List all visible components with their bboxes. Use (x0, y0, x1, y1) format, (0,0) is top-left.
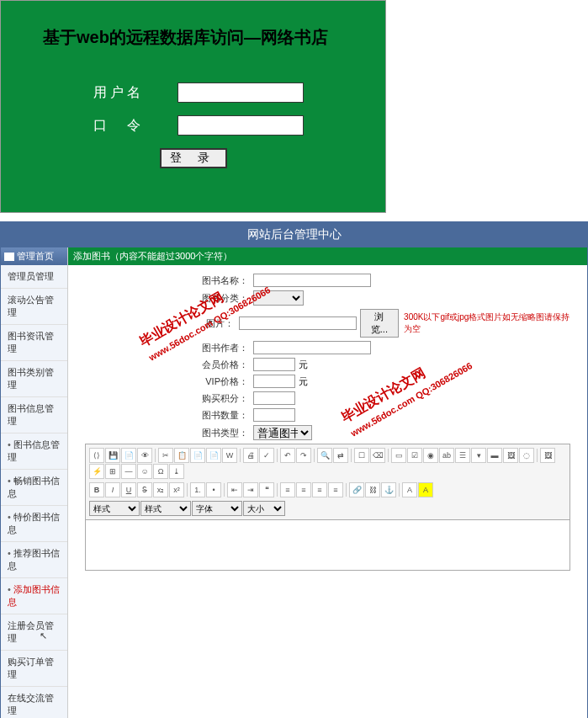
cut-icon[interactable]: ✂ (158, 448, 173, 463)
replace-icon[interactable]: ⇄ (333, 448, 348, 463)
paste-text-icon[interactable]: 📄 (206, 448, 221, 463)
textfield-icon[interactable]: ab (439, 448, 454, 463)
align-center-icon[interactable]: ≡ (296, 482, 311, 497)
bold-icon[interactable]: B (89, 482, 104, 497)
blockquote-icon[interactable]: ❝ (259, 482, 274, 497)
sidebar-item[interactable]: 特价图书信息 (1, 506, 67, 542)
book-author-input[interactable] (253, 341, 371, 354)
sidebar-item[interactable]: 在线交流管理 (1, 687, 67, 718)
admin-panel-addbook: 网站后台管理中心 管理首页 管理员管理滚动公告管理图书资讯管理图书类别管理图书信… (0, 221, 588, 718)
editor-body[interactable] (85, 520, 570, 571)
sidebar-item[interactable]: 添加图书信息 (1, 578, 67, 614)
pagebreak-icon[interactable]: ⤓ (169, 464, 184, 479)
ol-icon[interactable]: 1. (190, 482, 205, 497)
flash-icon[interactable]: ⚡ (89, 464, 104, 479)
form-icon[interactable]: ▭ (391, 448, 406, 463)
login-button-row: 登 录 (1, 148, 385, 168)
sidebar-item[interactable]: 图书资讯管理 (1, 325, 67, 361)
outdent-icon[interactable]: ⇤ (227, 482, 242, 497)
font-select[interactable]: 字体 (192, 501, 242, 516)
sidebar-item[interactable]: 购买订单管理 (1, 651, 67, 687)
sub-icon[interactable]: x₂ (153, 482, 168, 497)
type-select[interactable]: 普通图书 (253, 425, 312, 440)
button-icon[interactable]: ▬ (487, 448, 502, 463)
sidebar-header-label: 管理首页 (17, 250, 54, 263)
sidebar-item[interactable]: 图书信息管理 (1, 397, 67, 433)
unlink-icon[interactable]: ⛓ (365, 482, 380, 497)
sidebar-item[interactable]: 图书信息管理 (1, 433, 67, 470)
redo-icon[interactable]: ↷ (296, 448, 311, 463)
link-icon[interactable]: 🔗 (349, 482, 364, 497)
find-icon[interactable]: 🔍 (317, 448, 332, 463)
password-label: 口 令 (93, 117, 177, 135)
copy-icon[interactable]: 📋 (174, 448, 189, 463)
main-content-addbook: 添加图书（内容不能超过3000个字符） 毕业设计论文网 www.56doc.co… (68, 247, 587, 718)
quantity-label: 图书数量： (85, 409, 253, 422)
new-icon[interactable]: 📄 (121, 448, 136, 463)
paste-icon[interactable]: 📄 (190, 448, 205, 463)
bgcolor-icon[interactable]: A (418, 482, 433, 497)
align-right-icon[interactable]: ≡ (312, 482, 327, 497)
underline-icon[interactable]: U (121, 482, 136, 497)
hr-icon[interactable]: — (121, 464, 136, 479)
specialchar-icon[interactable]: Ω (153, 464, 168, 479)
login-panel: 基于web的远程数据库访问—网络书店 用户名 口 令 登 录 (0, 0, 386, 213)
select-icon[interactable]: ▾ (471, 448, 486, 463)
textcolor-icon[interactable]: A (402, 482, 417, 497)
book-image-input[interactable] (239, 316, 357, 330)
cursor-icon: ↖ (40, 630, 51, 646)
toolbar-row-1: ⟨⟩ 💾 📄 👁 ✂ 📋 📄 📄 W 🖨 ✓ (87, 446, 568, 481)
addbook-bar: 添加图书（内容不能超过3000个字符） (68, 247, 587, 265)
password-input[interactable] (177, 115, 304, 136)
align-left-icon[interactable]: ≡ (280, 482, 295, 497)
vip-price-input[interactable] (253, 375, 295, 388)
align-justify-icon[interactable]: ≡ (328, 482, 343, 497)
login-form: 用户名 口 令 登 录 (1, 82, 385, 168)
style-select[interactable]: 样式 (89, 501, 140, 516)
sup-icon[interactable]: x² (169, 482, 184, 497)
smiley-icon[interactable]: ☺ (137, 464, 152, 479)
paste-word-icon[interactable]: W (222, 448, 237, 463)
sidebar-item[interactable]: 图书类别管理 (1, 361, 67, 397)
sidebar-item[interactable]: 滚动公告管理 (1, 289, 67, 325)
book-name-input[interactable] (253, 274, 371, 287)
quantity-input[interactable] (253, 408, 295, 422)
image-icon[interactable]: 🖼 (540, 448, 555, 463)
source-icon[interactable]: ⟨⟩ (89, 448, 104, 463)
imagebutton-icon[interactable]: 🖼 (503, 448, 518, 463)
ul-icon[interactable]: • (206, 482, 221, 497)
points-input[interactable] (253, 391, 295, 405)
spell-icon[interactable]: ✓ (259, 448, 274, 463)
member-price-input[interactable] (253, 358, 295, 371)
selectall-icon[interactable]: ☐ (354, 448, 369, 463)
strike-icon[interactable]: S̶ (137, 482, 152, 497)
checkbox-icon[interactable]: ☑ (407, 448, 422, 463)
print-icon[interactable]: 🖨 (243, 448, 258, 463)
home-icon (4, 253, 14, 261)
removeformat-icon[interactable]: ⌫ (370, 448, 385, 463)
sidebar-item[interactable]: 推荐图书信息 (1, 542, 67, 578)
login-button[interactable]: 登 录 (160, 148, 227, 168)
save-icon[interactable]: 💾 (105, 448, 120, 463)
format-select[interactable]: 样式 (140, 501, 191, 516)
sidebar-item[interactable]: 管理员管理 (1, 265, 67, 289)
admin-body-1: 管理首页 管理员管理滚动公告管理图书资讯管理图书类别管理图书信息管理图书信息管理… (1, 247, 587, 718)
table-icon[interactable]: ⊞ (105, 464, 120, 479)
hidden-icon[interactable]: ◌ (519, 448, 534, 463)
italic-icon[interactable]: I (105, 482, 120, 497)
undo-icon[interactable]: ↶ (280, 448, 295, 463)
browse-button[interactable]: 浏览... (360, 309, 399, 338)
unit-yuan-1: 元 (299, 359, 308, 371)
indent-icon[interactable]: ⇥ (243, 482, 258, 497)
book-name-label: 图书名称： (85, 274, 253, 287)
sidebar-header-1[interactable]: 管理首页 (1, 247, 67, 265)
radio-icon[interactable]: ◉ (423, 448, 438, 463)
anchor-icon[interactable]: ⚓ (381, 482, 396, 497)
preview-icon[interactable]: 👁 (137, 448, 152, 463)
textarea-icon[interactable]: ☰ (455, 448, 470, 463)
sidebar-item[interactable]: 畅销图书信息 (1, 470, 67, 506)
sidebar-item[interactable]: 注册会员管理↖ (1, 614, 67, 651)
book-category-select[interactable] (253, 290, 304, 306)
username-input[interactable] (177, 82, 304, 103)
size-select[interactable]: 大小 (243, 501, 285, 516)
